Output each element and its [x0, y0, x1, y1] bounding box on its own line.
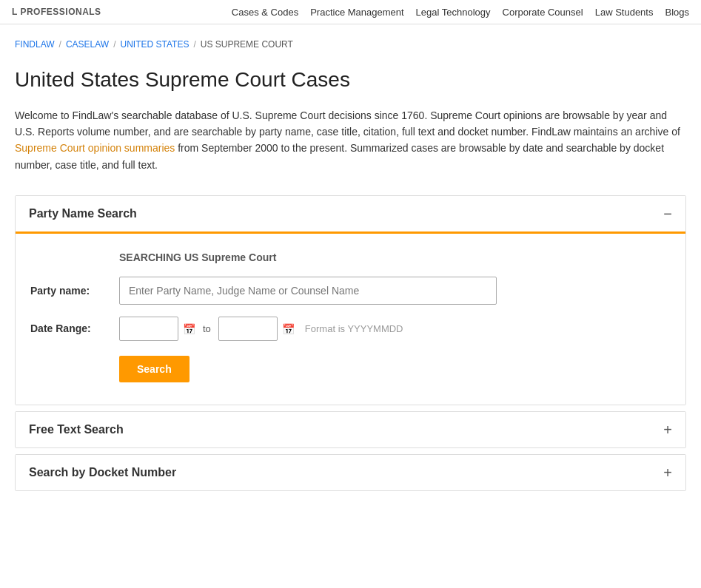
free-text-search-title: Free Text Search [29, 423, 124, 436]
breadcrumb-caselaw[interactable]: CASELAW [66, 39, 109, 50]
page-title: United States Supreme Court Cases [15, 67, 686, 92]
free-text-search-section: Free Text Search + [15, 411, 686, 448]
breadcrumb-sep-2: / [113, 39, 115, 50]
party-name-input[interactable] [119, 277, 497, 305]
breadcrumb-sep-1: / [59, 39, 61, 50]
main-content: FINDLAW / CASELAW / UNITED STATES / US S… [0, 24, 701, 527]
date-inputs-group: 📅 to 📅 Format is YYYYMMDD [119, 317, 403, 341]
breadcrumb-findlaw[interactable]: FINDLAW [15, 39, 55, 50]
free-text-toggle-icon[interactable]: + [663, 422, 672, 437]
nav-brand: L PROFESSIONALS [12, 7, 101, 17]
party-name-search-header[interactable]: Party Name Search − [16, 196, 685, 234]
party-name-search-title: Party Name Search [29, 207, 137, 220]
nav-link-legal-tech[interactable]: Legal Technology [416, 7, 491, 18]
party-name-toggle-icon[interactable]: − [663, 206, 672, 221]
calendar-start-icon[interactable]: 📅 [183, 323, 195, 335]
date-start-input[interactable] [119, 317, 178, 341]
docket-toggle-icon[interactable]: + [663, 465, 672, 480]
party-name-search-section: Party Name Search − SEARCHING US Supreme… [15, 195, 686, 405]
breadcrumb-sep-3: / [193, 39, 195, 50]
search-button[interactable]: Search [119, 356, 189, 382]
searching-context-label: SEARCHING US Supreme Court [119, 251, 671, 263]
party-name-row: Party name: [30, 277, 671, 305]
nav-link-corporate[interactable]: Corporate Counsel [503, 7, 583, 18]
nav-links: Cases & Codes Practice Management Legal … [116, 6, 689, 18]
date-range-label: Date Range: [30, 322, 119, 337]
opinion-summaries-link[interactable]: Supreme Court opinion summaries [15, 142, 175, 154]
nav-link-students[interactable]: Law Students [595, 7, 654, 18]
page-description: Welcome to FindLaw's searchable database… [15, 107, 686, 174]
nav-link-practice[interactable]: Practice Management [310, 7, 403, 18]
breadcrumb-current: US SUPREME COURT [201, 39, 293, 50]
calendar-end-icon[interactable]: 📅 [282, 323, 295, 335]
breadcrumb: FINDLAW / CASELAW / UNITED STATES / US S… [15, 39, 686, 50]
nav-link-blogs[interactable]: Blogs [665, 7, 689, 18]
nav-link-cases[interactable]: Cases & Codes [232, 7, 298, 18]
docket-search-title: Search by Docket Number [29, 466, 176, 479]
description-text-1: Welcome to FindLaw's searchable database… [15, 109, 680, 138]
free-text-search-header[interactable]: Free Text Search + [16, 412, 685, 447]
date-to-separator: to [203, 323, 211, 334]
party-name-label: Party name: [30, 285, 119, 297]
top-navigation: L PROFESSIONALS Cases & Codes Practice M… [0, 0, 701, 24]
date-format-hint: Format is YYYYMMDD [305, 323, 403, 334]
date-range-row: Date Range: 📅 to 📅 Format is YYYYMMDD [30, 317, 671, 341]
breadcrumb-united-states[interactable]: UNITED STATES [121, 39, 189, 50]
date-end-input[interactable] [218, 317, 278, 341]
docket-search-header[interactable]: Search by Docket Number + [16, 455, 685, 490]
docket-search-section: Search by Docket Number + [15, 454, 686, 491]
party-name-search-body: SEARCHING US Supreme Court Party name: D… [16, 234, 685, 405]
